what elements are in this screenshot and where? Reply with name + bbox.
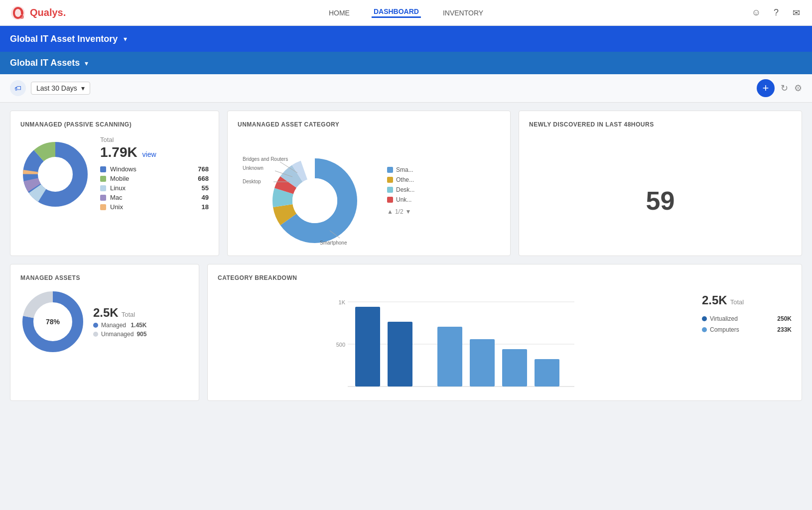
nav-inventory[interactable]: INVENTORY — [441, 9, 485, 17]
pagination-row: ▲ 1/2 ▼ — [387, 208, 414, 215]
app-title-dropdown[interactable]: ▾ — [124, 35, 127, 43]
nav-home[interactable]: HOME — [327, 9, 352, 17]
tag-filter-btn[interactable]: 🏷 — [10, 80, 26, 96]
bar-chart-svg: 1K 500 — [218, 289, 692, 389]
unmanaged-stat-label: Unmanaged — [101, 331, 134, 338]
mobile-value: 668 — [198, 175, 209, 182]
total-value: 1.79K — [100, 144, 137, 160]
desk-dot — [387, 187, 393, 193]
card-newly-discovered: NEWLY DISCOVERED IN LAST 48HOURS 59 — [519, 111, 802, 256]
svg-text:1K: 1K — [339, 299, 346, 305]
unmanaged-stat-value: 905 — [136, 331, 146, 338]
total-label: Total — [100, 136, 209, 143]
category-inner: Bridges and Routers Unknown Desktop Smar… — [238, 136, 500, 246]
card-breakdown-title: CATEGORY BREAKDOWN — [218, 274, 792, 281]
mac-dot — [100, 195, 106, 201]
category-legend: Sma... Othe... Desk... Unk... — [387, 166, 414, 215]
svg-text:500: 500 — [336, 342, 345, 348]
svg-rect-36 — [502, 349, 527, 386]
windows-value: 768 — [198, 165, 209, 173]
legend-item-linux: Linux 55 — [100, 184, 209, 192]
svg-point-1 — [20, 15, 24, 19]
svg-point-14 — [292, 178, 337, 223]
view-link[interactable]: view — [142, 150, 156, 158]
breakdown-total-label: Total — [730, 298, 744, 306]
svg-point-7 — [40, 159, 70, 189]
unix-label: Unix — [110, 203, 198, 211]
bottom-card-row: MANAGED ASSETS 78% 2.5K Total — [10, 264, 802, 401]
card-unmanaged-title: UNMANAGED (PASSIVE SCANNING) — [20, 121, 209, 128]
svg-rect-35 — [470, 339, 495, 386]
svg-rect-32 — [355, 307, 380, 386]
filter-bar: 🏷 Last 30 Days ▾ + ↻ ⚙ — [0, 74, 812, 103]
qualys-logo-icon — [10, 5, 26, 21]
linux-value: 55 — [202, 184, 209, 192]
breakdown-inner: 1K 500 — [218, 289, 792, 390]
legend-item-unix: Unix 18 — [100, 203, 209, 211]
top-card-row: UNMANAGED (PASSIVE SCANNING) — [10, 111, 802, 256]
svg-text:Desktop: Desktop — [243, 179, 261, 184]
pagination-up[interactable]: ▲ — [387, 208, 393, 215]
linux-label: Linux — [110, 184, 198, 192]
nav-dashboard[interactable]: DASHBOARD — [372, 7, 421, 18]
mail-icon[interactable]: ✉ — [790, 7, 802, 19]
top-nav: Qualys. HOME DASHBOARD INVENTORY ☺ ? ✉ — [0, 0, 812, 26]
page-title: Global IT Assets — [10, 58, 80, 68]
settings-btn[interactable]: ⚙ — [794, 83, 802, 94]
add-widget-btn[interactable]: + — [757, 79, 775, 97]
svg-text:78%: 78% — [46, 318, 60, 326]
page-title-chevron[interactable]: ▾ — [85, 59, 88, 67]
pagination-down[interactable]: ▼ — [406, 208, 411, 215]
card-discovered-title: NEWLY DISCOVERED IN LAST 48HOURS — [529, 121, 654, 128]
app-title-bar: Global IT Asset Inventory ▾ — [0, 26, 812, 52]
logo-text: Qualys. — [30, 7, 66, 18]
category-donut-area: Bridges and Routers Unknown Desktop Smar… — [238, 136, 377, 246]
breakdown-total-row: 2.5K Total — [702, 293, 792, 307]
unmanaged-dot-stat — [93, 332, 98, 337]
computers-value: 233K — [777, 326, 792, 333]
computers-dot — [702, 327, 707, 332]
app-title: Global IT Asset Inventory — [10, 34, 118, 44]
help-icon[interactable]: ? — [770, 7, 782, 19]
logo-area: Qualys. — [10, 5, 66, 21]
breakdown-total-num: 2.5K — [702, 293, 727, 307]
mobile-label: Mobile — [110, 175, 194, 182]
cat-legend-othe: Othe... — [387, 176, 414, 183]
unmanaged-donut — [20, 139, 90, 209]
svg-rect-37 — [535, 359, 559, 386]
breakdown-legend: 2.5K Total Virtualized 250K Computers 23… — [702, 289, 792, 390]
legend-item-mobile: Mobile 668 — [100, 175, 209, 182]
newly-discovered-value: 59 — [529, 166, 792, 216]
managed-stat-unmanaged: Unmanaged 905 — [93, 331, 146, 338]
breakdown-stat-virtualized: Virtualized 250K — [702, 315, 792, 322]
legend-items: Windows 768 Mobile 668 Linux 55 — [100, 165, 209, 211]
unmanaged-inner: Total 1.79K view Windows 768 Mob — [20, 136, 209, 213]
card-managed-assets: MANAGED ASSETS 78% 2.5K Total — [10, 264, 199, 401]
sma-dot — [387, 167, 393, 173]
user-icon[interactable]: ☺ — [750, 7, 762, 19]
unk-dot — [387, 197, 393, 203]
windows-label: Windows — [110, 165, 194, 173]
svg-text:Smartphone: Smartphone — [320, 240, 347, 246]
date-filter-label: Last 30 Days — [36, 84, 77, 92]
managed-total-row: 2.5K Total — [93, 306, 146, 320]
othe-label: Othe... — [396, 176, 414, 183]
unk-label: Unk... — [396, 196, 411, 203]
computers-label: Computers — [710, 326, 774, 333]
dashboard-content: UNMANAGED (PASSIVE SCANNING) — [0, 103, 812, 409]
page-header: Global IT Assets ▾ — [0, 52, 812, 74]
breakdown-stat-computers: Computers 233K — [702, 326, 792, 333]
mac-label: Mac — [110, 194, 198, 201]
windows-dot — [100, 166, 106, 172]
legend-item-mac: Mac 49 — [100, 194, 209, 201]
pagination-label: 1/2 — [395, 208, 404, 215]
refresh-btn[interactable]: ↻ — [781, 83, 788, 94]
date-filter-dropdown[interactable]: Last 30 Days ▾ — [31, 82, 90, 95]
svg-text:Bridges and Routers: Bridges and Routers — [243, 156, 288, 162]
bar-chart-area: 1K 500 — [218, 289, 692, 390]
managed-donut: 78% — [20, 289, 85, 354]
card-category-title: UNMANAGED ASSET CATEGORY — [238, 121, 500, 128]
managed-stat-label: Managed — [101, 322, 126, 329]
mac-value: 49 — [202, 194, 209, 201]
card-managed-title: MANAGED ASSETS — [20, 274, 189, 281]
